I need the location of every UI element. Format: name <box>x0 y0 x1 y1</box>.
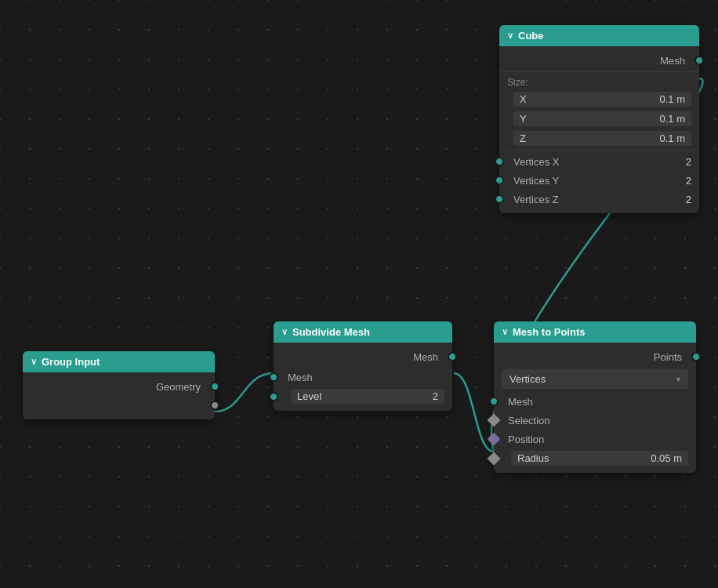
size-z-row: Z 0.1 m <box>499 129 699 148</box>
extra-output-row <box>23 396 215 415</box>
chevron-icon: ∨ <box>281 327 288 337</box>
mesh-output-socket <box>448 352 457 361</box>
size-y-field[interactable]: Y 0.1 m <box>513 111 691 126</box>
points-label: Points <box>502 351 682 363</box>
mesh-input-socket <box>269 372 278 382</box>
vertices-x-value: 2 <box>652 156 691 168</box>
mesh-output-label: Mesh <box>281 351 438 363</box>
points-output-row: Points <box>494 347 696 366</box>
mesh-to-points-node: ∨ Mesh to Points Points Vertices ▾ Mesh … <box>494 321 696 473</box>
group-input-body: Geometry <box>23 372 215 419</box>
points-output-socket <box>691 352 701 361</box>
cube-header: ∨ Cube <box>499 25 699 46</box>
extra-output-socket <box>210 401 219 410</box>
size-section: Size: <box>499 74 699 89</box>
mesh-input-row: Mesh <box>274 368 452 387</box>
size-x-row: X 0.1 m <box>499 89 699 109</box>
vertices-x-socket <box>495 157 504 166</box>
separator2 <box>499 150 699 151</box>
mesh-label: Mesh <box>507 55 685 67</box>
mesh-input-row: Mesh <box>494 392 696 411</box>
mesh-output-row: Mesh <box>499 51 699 70</box>
chevron-icon: ∨ <box>502 327 508 337</box>
vertices-y-row: Vertices Y 2 <box>499 171 699 190</box>
subdivide-mesh-header: ∨ Subdivide Mesh <box>274 321 452 343</box>
geometry-row: Geometry <box>23 377 215 396</box>
size-y-row: Y 0.1 m <box>499 109 699 129</box>
position-label: Position <box>508 434 688 445</box>
vertices-y-socket <box>495 176 504 185</box>
group-input-header: ∨ Group Input <box>23 351 215 372</box>
subdivide-mesh-node: ∨ Subdivide Mesh Mesh Mesh Level 2 <box>274 321 452 411</box>
y-label: Y <box>520 113 527 125</box>
x-label: X <box>520 93 527 105</box>
geometry-label: Geometry <box>31 381 201 393</box>
size-x-field[interactable]: X 0.1 m <box>513 92 691 107</box>
selection-label: Selection <box>508 415 688 426</box>
z-value: 0.1 m <box>659 132 685 144</box>
vertices-dropdown[interactable]: Vertices ▾ <box>502 369 688 389</box>
vertices-z-label: Vertices Z <box>513 194 652 205</box>
dropdown-value: Vertices <box>509 373 546 385</box>
mesh-in-label: Mesh <box>508 396 688 408</box>
vertices-z-value: 2 <box>652 194 691 205</box>
chevron-icon: ∨ <box>31 357 37 367</box>
z-label: Z <box>520 132 526 144</box>
geometry-output-socket <box>210 382 219 391</box>
mesh-to-points-header: ∨ Mesh to Points <box>494 321 696 343</box>
level-value: 2 <box>433 390 438 402</box>
level-label: Level <box>297 390 321 402</box>
group-input-title: Group Input <box>42 356 100 368</box>
cube-node: ∨ Cube Mesh Size: X 0.1 m Y 0.1 m <box>499 25 699 213</box>
position-diamond-icon <box>488 433 501 446</box>
radius-field[interactable]: Radius 0.05 m <box>511 451 688 466</box>
cube-title: Cube <box>518 30 544 42</box>
x-value: 0.1 m <box>659 93 685 105</box>
radius-value: 0.05 m <box>651 452 682 464</box>
radius-label: Radius <box>517 452 549 464</box>
dropdown-arrow-icon: ▾ <box>676 375 680 383</box>
separator <box>499 71 699 72</box>
subdivide-body: Mesh Mesh Level 2 <box>274 343 452 411</box>
mesh-input-label: Mesh <box>288 372 444 383</box>
chevron-icon: ∨ <box>507 31 513 41</box>
vertices-x-row: Vertices X 2 <box>499 152 699 171</box>
vertices-y-value: 2 <box>652 175 691 187</box>
group-input-node: ∨ Group Input Geometry <box>23 351 215 419</box>
mesh-in-socket <box>489 397 499 406</box>
vertices-y-label: Vertices Y <box>513 175 652 187</box>
mesh-to-points-body: Points Vertices ▾ Mesh Selection Positio… <box>494 343 696 473</box>
vertices-z-socket <box>495 194 504 204</box>
mesh-to-points-title: Mesh to Points <box>513 326 585 338</box>
cube-body: Mesh Size: X 0.1 m Y 0.1 m Z 0.1 m <box>499 46 699 213</box>
subdivide-mesh-title: Subdivide Mesh <box>292 326 370 338</box>
size-z-field[interactable]: Z 0.1 m <box>513 131 691 146</box>
level-row: Level 2 <box>274 387 452 406</box>
y-value: 0.1 m <box>659 113 685 125</box>
vertices-x-label: Vertices X <box>513 156 652 168</box>
radius-row: Radius 0.05 m <box>494 448 696 468</box>
level-field[interactable]: Level 2 <box>291 389 444 404</box>
vertices-z-row: Vertices Z 2 <box>499 190 699 209</box>
position-row: Position <box>494 430 696 448</box>
level-socket <box>269 392 278 401</box>
radius-diamond-icon <box>488 452 501 465</box>
mesh-output-row: Mesh <box>274 347 452 366</box>
selection-row: Selection <box>494 411 696 430</box>
mesh-output-socket <box>694 56 704 65</box>
selection-diamond-icon <box>488 414 501 427</box>
